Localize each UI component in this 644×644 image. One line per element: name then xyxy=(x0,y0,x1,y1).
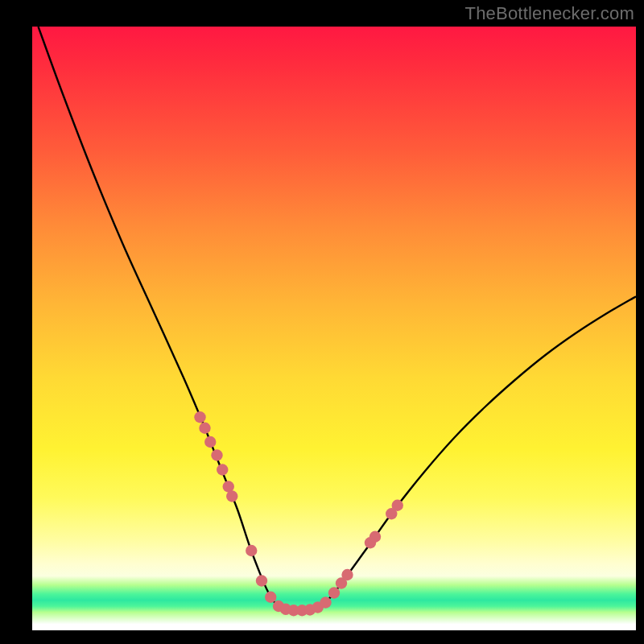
data-point xyxy=(341,569,353,580)
data-point xyxy=(199,423,210,434)
data-point xyxy=(226,490,237,502)
data-point xyxy=(392,500,403,511)
data-point xyxy=(328,587,340,598)
data-point xyxy=(246,545,257,556)
data-point xyxy=(217,464,228,475)
bottleneck-curve xyxy=(39,27,637,610)
plot-area xyxy=(32,27,636,630)
data-point xyxy=(204,436,216,448)
data-point xyxy=(256,575,267,586)
chart-frame: TheBottlenecker.com xyxy=(0,0,644,644)
watermark-text: TheBottlenecker.com xyxy=(465,3,634,24)
data-point xyxy=(320,597,331,608)
curve-layer xyxy=(32,27,636,630)
data-point xyxy=(211,449,222,460)
data-point xyxy=(265,592,276,603)
data-point xyxy=(194,411,205,423)
data-point xyxy=(369,531,381,543)
data-points xyxy=(194,411,403,616)
